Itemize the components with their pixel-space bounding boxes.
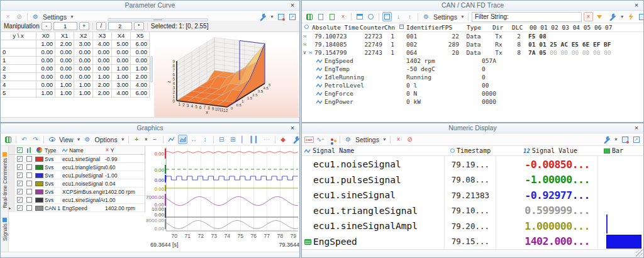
signal-table-row[interactable]: ▸ ✓ Svs ecu1.sineSignal -0.99 [9, 155, 145, 163]
table-cell[interactable]: 1.00 [74, 81, 93, 89]
table-cell[interactable]: 0.00 [55, 57, 74, 65]
column-header[interactable]: Identifier [406, 24, 442, 31]
column-header[interactable]: Counter [360, 24, 385, 31]
col-header[interactable]: X4 [112, 32, 131, 40]
tab-real-time-comments[interactable]: Real-time Comments [1, 151, 9, 208]
table-cell[interactable]: 0.00 [74, 57, 93, 65]
visible-checkbox[interactable]: ✓ [17, 164, 23, 170]
signal-table-row[interactable]: ▸ ✓ CAN 1 EngSpeed 1402.00 rpm [9, 204, 145, 212]
visible-checkbox[interactable]: ✓ [17, 156, 23, 162]
secondary-checkbox[interactable] [26, 164, 32, 170]
settings-button[interactable]: Settings [43, 13, 67, 21]
secondary-checkbox[interactable] [26, 197, 32, 203]
column-header[interactable]: DLC [512, 24, 523, 31]
table-cell[interactable]: 0.00 [36, 81, 55, 89]
display-config-icon[interactable] [327, 135, 336, 144]
trace-signal-row[interactable]: PetrolLevel 0 l 00 [302, 81, 643, 89]
clear-filter-icon[interactable]: × [584, 12, 593, 21]
settings-button[interactable]: Settings [433, 13, 457, 21]
close-icon[interactable]: × [632, 123, 641, 133]
color-swatch[interactable] [35, 198, 43, 203]
increment-button[interactable]: + [79, 22, 89, 30]
split-vertical-icon[interactable]: ⊞ [228, 135, 238, 144]
table-cell[interactable]: 0.00 [74, 48, 93, 57]
filter-string-input[interactable] [509, 13, 579, 21]
table-cell[interactable]: 1.00 [112, 65, 131, 73]
table-cell[interactable]: 0.00 [74, 73, 93, 81]
name-header[interactable]: Name [69, 147, 84, 154]
visible-checkbox[interactable]: ✓ [17, 205, 23, 211]
table-cell[interactable]: 0.00 [112, 48, 131, 57]
save-icon[interactable] [276, 12, 286, 21]
table-cell[interactable]: 0.00 [131, 57, 150, 65]
tab-signals[interactable]: Signals [1, 216, 9, 241]
signal-table-row[interactable]: ▸ ✓ Svs ecu1.sineSignalAm 1.00 [9, 196, 145, 204]
table-cell[interactable]: 4.00 [112, 89, 131, 98]
clear-icon[interactable]: ⊘ [14, 12, 24, 21]
column-header[interactable]: Chn [384, 24, 395, 31]
vertical-splitter-handle[interactable] [150, 56, 153, 82]
color-swatch[interactable] [35, 206, 43, 211]
lightning-icon[interactable] [626, 12, 636, 21]
table-cell[interactable]: 4.00 [93, 40, 112, 48]
visible-checkbox[interactable]: ✓ [17, 172, 23, 178]
numeric-row[interactable]: ecu1.sineSignalAmpl 79.20... 1.000000... [302, 218, 643, 234]
chevron-down-icon[interactable]: ▼ [614, 137, 618, 142]
split-horizontal-icon[interactable]: ⊟ [217, 135, 226, 144]
table-cell[interactable]: 0.00 [112, 57, 131, 65]
table-cell[interactable]: 2.00 [55, 40, 74, 48]
wrench-icon[interactable] [258, 12, 267, 21]
table-cell[interactable]: 1.00 [74, 89, 93, 98]
surface-plot[interactable]: 012345678912345678910111200.511.52.53.54… [154, 34, 299, 118]
color-swatch[interactable] [35, 157, 43, 162]
stop-icon[interactable]: ⊘ [405, 135, 414, 144]
gear-icon[interactable]: ⚙ [83, 135, 92, 144]
numeric-row[interactable]: ecu1.pulseSignal 79.08... -1.00000... [302, 172, 643, 188]
table-cell[interactable]: 2.00 [131, 73, 150, 81]
col-header[interactable]: X2 [74, 32, 93, 40]
multiply-button[interactable]: * [134, 22, 144, 30]
close-icon[interactable]: × [288, 1, 297, 10]
wrench-icon[interactable] [602, 135, 611, 144]
fit-height-icon[interactable]: ↕ [201, 135, 210, 144]
window-icon[interactable] [355, 12, 364, 21]
trace-frame-row[interactable]: ∨✉ 79.184085 22749 1 002 289 Data Rx 8 0… [302, 40, 643, 48]
trace-signal-row[interactable]: EngForce 0 N 0000 [302, 89, 643, 98]
column-header[interactable]: Timestamp [457, 147, 491, 154]
type-header[interactable]: Type [45, 147, 62, 154]
numeric-row[interactable]: ecu1.sineSignal 79.21383 -0.92977... [302, 188, 643, 203]
waveform-plot[interactable]: 707172737475767778790.000.000.000.007000… [145, 147, 300, 242]
table-cell[interactable]: 1.00 [93, 73, 112, 81]
signal-table-row[interactable]: ▸ ✓ Svs ecu1.pulseSignal -1.00 [9, 171, 145, 179]
col-header[interactable]: X1 [55, 32, 74, 40]
close-icon[interactable]: × [288, 123, 297, 133]
table-cell[interactable]: 0.00 [55, 65, 74, 73]
factor-field[interactable]: 2 [108, 22, 132, 30]
table-cell[interactable]: 1.00 [112, 73, 131, 81]
column-header[interactable]: Type [467, 24, 481, 31]
column-header[interactable]: Signal Name [313, 147, 354, 154]
table-cell[interactable]: 0.00 [93, 57, 112, 65]
col-header[interactable]: X3 [93, 32, 112, 40]
offset-field[interactable]: 1 [53, 22, 77, 30]
column-header[interactable]: Bar [612, 147, 623, 154]
table-cell[interactable]: 0.00 [55, 73, 74, 81]
arrow-down-icon[interactable]: ↓ [394, 12, 403, 21]
secondary-checkbox[interactable] [26, 189, 32, 194]
fixed-frame-icon[interactable] [382, 12, 392, 21]
cursor-double-icon[interactable]: ▎▎ [251, 135, 260, 144]
table-cell[interactable]: 1.00 [36, 40, 55, 48]
gear-icon[interactable]: ⚙ [421, 12, 431, 21]
gear-icon[interactable]: ⚙ [343, 135, 353, 144]
trace-signal-row[interactable]: EngSpeed 1402 rpm 057A [302, 57, 643, 65]
visible-checkbox-header-icon[interactable]: ✓ [17, 147, 23, 153]
table-cell[interactable]: 0.00 [74, 65, 93, 73]
filter-funnel-icon[interactable] [595, 12, 604, 21]
column-header[interactable]: Absolute Time [312, 24, 358, 31]
signal-table-row[interactable]: ▸ ✓ Svs XCPSimBus.engine 1402.00 rpm [9, 188, 145, 196]
wrench-icon[interactable] [608, 12, 618, 21]
table-cell[interactable]: 0.00 [93, 65, 112, 73]
view-button[interactable]: View [59, 136, 74, 143]
arrow-up-icon[interactable]: ↑ [405, 12, 414, 21]
table-cell[interactable]: 2.00 [93, 89, 112, 98]
